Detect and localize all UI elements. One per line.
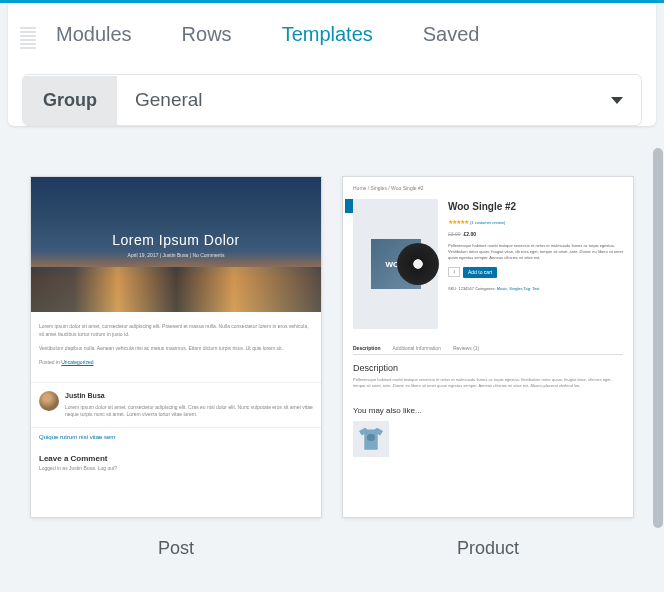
- related-thumb: [353, 421, 389, 457]
- rating-row: ★★★★★(1 customer review): [448, 218, 623, 227]
- tab-modules[interactable]: Modules: [56, 15, 132, 60]
- group-label: Group: [23, 76, 117, 125]
- post-meta: April 19, 2017 | Justin Busa | No Commen…: [128, 252, 225, 258]
- template-gallery: Lorem Ipsum Dolor April 19, 2017 | Justi…: [0, 140, 664, 579]
- desc-paragraph: Pellentesque habitant morbi tristique se…: [353, 377, 623, 390]
- panel-header: Modules Rows Templates Saved Group Gener…: [8, 3, 656, 126]
- post-author-box: Justin Busa Lorem ipsum dolor sit amet, …: [31, 382, 321, 427]
- group-selected-value: General: [135, 89, 203, 111]
- template-label-product: Product: [457, 538, 519, 559]
- scrollbar-thumb[interactable]: [653, 148, 663, 528]
- header-row: Modules Rows Templates Saved: [8, 3, 656, 60]
- product-short-desc: Pellentesque habitant morbi tristique se…: [448, 243, 623, 261]
- product-info: Woo Single #2 ★★★★★(1 customer review) £…: [448, 199, 623, 329]
- tshirt-icon: [359, 428, 383, 450]
- product-tabs: Description Additional Information Revie…: [353, 345, 623, 355]
- avatar: [39, 391, 59, 411]
- tab-bar: Modules Rows Templates Saved: [56, 15, 640, 60]
- group-select[interactable]: General: [117, 75, 641, 125]
- template-preview-product[interactable]: Home / Singles / Woo Single #2 WOO Woo S…: [342, 176, 634, 518]
- qty-input: 1: [448, 267, 460, 277]
- ptab-reviews: Reviews (1): [453, 345, 479, 351]
- product-main: WOO Woo Single #2 ★★★★★(1 customer revie…: [353, 199, 623, 329]
- scrollbar[interactable]: [653, 148, 663, 588]
- author-text: Justin Busa Lorem ipsum dolor sit amet, …: [65, 391, 313, 419]
- tab-templates[interactable]: Templates: [282, 15, 373, 60]
- product-breadcrumb: Home / Singles / Woo Single #2: [353, 185, 623, 191]
- group-selector: Group General: [22, 74, 642, 126]
- post-title: Lorem Ipsum Dolor: [112, 232, 240, 248]
- template-preview-post[interactable]: Lorem Ipsum Dolor April 19, 2017 | Justi…: [30, 176, 322, 518]
- vinyl-sleeve: WOO: [371, 239, 421, 289]
- qty-row: 1 Add to cart: [448, 267, 623, 279]
- ptab-info: Additional Information: [393, 345, 441, 351]
- post-para-1: Lorem ipsum dolor sit amet, consectetur …: [39, 322, 313, 338]
- tab-saved[interactable]: Saved: [423, 15, 480, 60]
- post-body: Lorem ipsum dolor sit amet, consectetur …: [31, 312, 321, 382]
- post-hero: Lorem Ipsum Dolor April 19, 2017 | Justi…: [31, 177, 321, 312]
- post-category: Posted in Uncategorized: [39, 358, 313, 366]
- tab-rows[interactable]: Rows: [182, 15, 232, 60]
- reviews-link: (1 customer review): [470, 220, 505, 225]
- you-may-like-heading: You may also like...: [353, 406, 623, 415]
- product-container: Home / Singles / Woo Single #2 WOO Woo S…: [343, 177, 633, 465]
- product-name: Woo Single #2: [448, 199, 623, 214]
- ptab-description: Description: [353, 345, 381, 351]
- chevron-down-icon: [611, 97, 623, 104]
- comment-heading: Leave a Comment: [31, 446, 321, 465]
- add-to-cart-button: Add to cart: [463, 267, 497, 279]
- sale-badge: [345, 199, 353, 213]
- vinyl-disc-icon: [397, 243, 439, 285]
- author-bio: Lorem ipsum dolor sit amet, consectetur …: [65, 404, 313, 419]
- template-card-product: Home / Singles / Woo Single #2 WOO Woo S…: [342, 176, 634, 559]
- product-price: £3.00£2.00: [448, 231, 623, 239]
- comment-sub: Logged in as Justin Busa. Log out?: [31, 465, 321, 475]
- post-footer-link: Quique rutrum nisi vitae sem: [31, 427, 321, 446]
- author-name: Justin Busa: [65, 391, 313, 402]
- drag-handle-icon[interactable]: [20, 27, 36, 49]
- desc-heading: Description: [353, 363, 623, 373]
- template-label-post: Post: [158, 538, 194, 559]
- post-para-2: Vestibulum dapibus nulla. Aenean vehicul…: [39, 344, 313, 352]
- template-card-post: Lorem Ipsum Dolor April 19, 2017 | Justi…: [30, 176, 322, 559]
- product-meta: SKU: 1234567 Categories: Music, Singles …: [448, 286, 623, 292]
- product-image: WOO: [353, 199, 438, 329]
- stars-icon: ★★★★★: [448, 219, 468, 225]
